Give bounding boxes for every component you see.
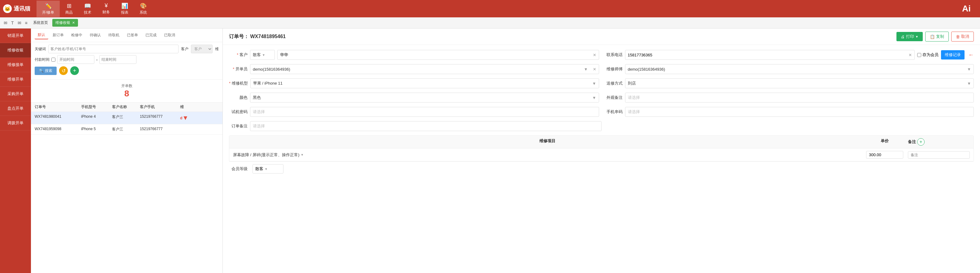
table-row[interactable]: WX7481980041 iPhone 4 客户三 15219766777 d … [31,112,223,124]
print-icon: 🖨 [901,34,905,39]
customer-label: 客户 [181,46,188,52]
device-chevron[interactable]: ▼ [590,81,599,86]
member-checkbox[interactable] [917,53,921,57]
top-nav: 🐱 通讯猫 ✏️ 开/修单 ⊞ 商品 📖 技术 ¥ 财务 📊 报表 🎨 系统 A… [0,0,980,18]
member-checkbox-group: 存为会员 [917,52,939,57]
member-chevron-icon: ▼ [264,167,268,171]
note-input[interactable] [908,151,970,159]
item-select[interactable]: 屏幕故障 / 屏碎(显示正常、操作正常) ▼ [233,152,861,158]
tab-icon-edit[interactable]: T [10,19,15,27]
delivery-chevron[interactable]: ▼ [964,81,974,86]
tab-home[interactable]: 系统首页 [30,19,51,27]
appearance-placeholder: 请选择 [625,95,974,101]
filter-tab-moren[interactable]: 默认 [35,31,48,39]
filter-tab-yiquxiao[interactable]: 已取消 [161,31,178,39]
phone-input[interactable] [625,53,906,57]
tab-repair-close[interactable]: ✕ [72,21,75,25]
stats-label: 开单数 [35,83,219,89]
filter-tab-yiqiandan[interactable]: 已签单 [124,31,141,39]
nav-item-shangpin[interactable]: ⊞ 商品 [60,1,78,17]
opener-label: 开单员 [229,66,248,72]
add-item-button[interactable]: + [917,138,924,146]
keyword-input[interactable] [48,45,178,53]
nav-label-jishu: 技术 [84,10,91,15]
filter-tab-yiwancheng[interactable]: 已完成 [142,31,160,39]
customer-clear-icon[interactable]: ✕ [590,53,599,57]
opener-clear-icon[interactable]: ✕ [590,67,599,72]
cancel-icon: 🗑 [956,34,960,39]
device-label: 维修机型 [229,81,248,86]
sidebar-item-pandian[interactable]: 盘点开单 [0,101,31,116]
items-section: 维修项目 单价 备注 + 屏幕故障 / 屏碎(显示正常、操作正常) ▼ [229,136,974,162]
opener-chevron[interactable]: ▼ [581,67,590,72]
tab-icon-email[interactable]: ✉ [3,19,9,27]
nav-item-xitong[interactable]: 🎨 系统 [134,1,153,17]
form-group-serial: 手机串码 请选择 [604,107,974,117]
refresh-button[interactable]: ↺ [59,66,68,75]
table-header: 订单号 手机型号 客户名称 客户手机 维 [31,102,223,112]
sidebar-item-kaidan[interactable]: 维修开单 [0,72,31,87]
customer-select[interactable]: 客户 [191,45,213,53]
sidebar-item-diaobai[interactable]: 调拨开单 [0,116,31,131]
nav-item-jishu[interactable]: 📖 技术 [78,1,97,17]
right-panel: 订单号： WX7481895461 🖨 打印 ▼ 📋 复制 🗑 取消 [223,29,980,273]
order-number: 订单号： WX7481895461 [229,34,286,40]
end-date-input[interactable] [99,55,137,64]
start-date-input[interactable] [57,55,94,64]
items-header: 维修项目 单价 备注 + [229,136,974,148]
down-arrow-icon: ▼ [182,114,188,121]
price-input[interactable] [866,151,903,159]
form-row-customer: 客户 散客 ▼ ✕ 联系电话 ✕ [229,50,974,60]
refresh-icon: ↺ [62,68,65,74]
tab-repair[interactable]: 维修收银 ✕ [52,19,78,27]
main-layout: 销退开单 维修收银 维修接单 维修开单 采购开单 盘点开单 调拨开单 默认 新订… [0,29,980,273]
form-group-opener: 开单员 ▼ ✕ [229,64,599,74]
nav-label-baobiao: 报表 [121,10,129,15]
customer-type-select[interactable]: 散客 ▼ [250,50,275,60]
add-button[interactable]: + [70,66,79,75]
sidebar: 销退开单 维修收银 维修接单 维修开单 采购开单 盘点开单 调拨开单 [0,29,31,273]
filter-tab-xin[interactable]: 新订单 [49,31,67,39]
copy-button[interactable]: 📋 复制 [925,32,949,42]
item-chevron[interactable]: ▼ [301,153,304,156]
table-row[interactable]: WX7481959098 iPhone 5 客户三 15219766777 [31,124,223,135]
item-price [861,151,908,159]
search-button[interactable]: 🔍 搜索 [35,67,57,75]
nav-item-kaidan[interactable]: ✏️ 开/修单 [37,1,60,17]
filter-tab-jiaxiu[interactable]: 检修中 [68,31,85,39]
form-area: 客户 散客 ▼ ✕ 联系电话 ✕ [223,45,980,273]
serial-label: 手机串码 [604,109,623,115]
filter-tabs: 默认 新订单 检修中 待确认 待取机 已签单 已完成 已取消 [31,29,223,42]
sidebar-item-jiedan[interactable]: 维修接单 [0,57,31,72]
repair-record-button[interactable]: 维修记录 [941,50,964,59]
phone-clear-icon[interactable]: ✕ [906,53,915,57]
delivery-select-group: 到店 ▼ [625,78,974,88]
color-select-group: 黑色 ▼ [250,93,599,102]
nav-items: ✏️ 开/修单 ⊞ 商品 📖 技术 ¥ 财务 📊 报表 🎨 系统 [37,1,153,17]
nav-item-baobiao[interactable]: 📊 报表 [115,1,134,17]
nav-label-caiwu: 财务 [102,10,110,15]
opener-input[interactable] [250,67,581,72]
color-chevron[interactable]: ▼ [590,96,599,100]
date-checkbox[interactable] [51,57,56,62]
sidebar-item-shouyin[interactable]: 维修收银 [0,43,31,57]
member-level-select[interactable]: 散客 ▼ [253,164,283,174]
form-row-note: 订单备注 请选择 [229,121,974,131]
filter-tab-daiqueren[interactable]: 待确认 [87,31,104,39]
copy-icon: 📋 [930,34,935,39]
print-button[interactable]: 🖨 打印 ▼ [896,32,923,41]
password-select-group: 请选择 [250,107,599,117]
tab-icon-menu[interactable]: ≡ [24,19,29,27]
nav-item-caiwu[interactable]: ¥ 财务 [97,1,115,17]
tab-icon-bell[interactable]: ✉ [16,19,22,27]
sidebar-item-xiaodan[interactable]: 销退开单 [0,29,31,43]
device-value: 苹果 / iPhone 11 [251,81,590,86]
jishu-icon: 📖 [84,3,91,9]
ai-label: Ai [962,4,977,14]
technician-input[interactable] [625,67,965,72]
technician-chevron[interactable]: ▼ [964,67,974,72]
customer-name-input[interactable] [278,53,590,57]
filter-tab-daiquji[interactable]: 待取机 [105,31,123,39]
cancel-button[interactable]: 🗑 取消 [951,32,974,42]
sidebar-item-caigou[interactable]: 采购开单 [0,87,31,101]
